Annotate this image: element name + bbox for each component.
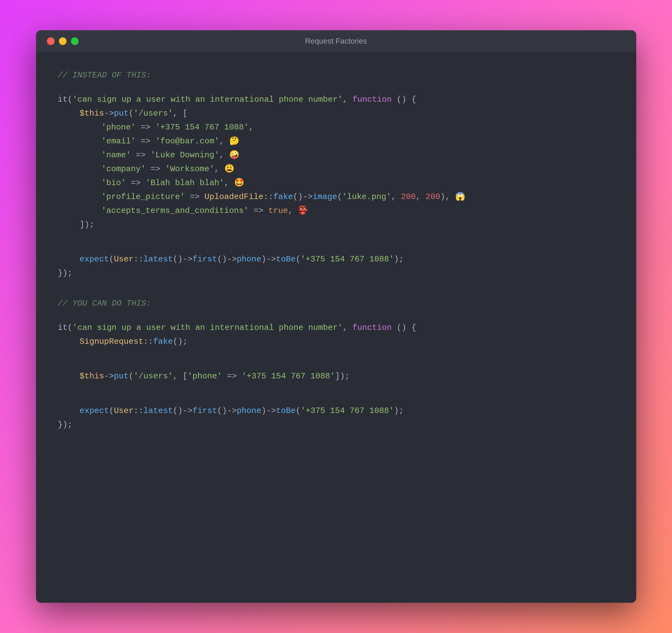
company-line: 'company' => 'Worksome', 😩 — [58, 162, 615, 176]
name-line: 'name' => 'Luke Downing', 🤪 — [58, 148, 615, 162]
close-array-line: ]); — [58, 218, 615, 232]
close-it-line-2: }); — [58, 418, 615, 432]
window-controls — [47, 37, 78, 45]
it-call-line: it('can sign up a user with an internati… — [58, 93, 615, 107]
main-window: Request Factories // INSTEAD OF THIS: it… — [36, 30, 636, 603]
signup-request-line: SignupRequest::fake(); — [58, 335, 615, 349]
maximize-button[interactable] — [71, 37, 78, 45]
minimize-button[interactable] — [59, 37, 67, 45]
accepts-line: 'accepts_terms_and_conditions' => true, … — [58, 204, 615, 218]
code-editor: // INSTEAD OF THIS: it('can sign up a us… — [36, 52, 636, 603]
bio-line: 'bio' => 'Blah blah blah', 🤩 — [58, 176, 615, 190]
email-line: 'email' => 'foo@bar.com', 🤔 — [58, 134, 615, 148]
titlebar: Request Factories — [36, 30, 636, 52]
window-title: Request Factories — [305, 37, 367, 46]
expect-line-2: expect(User::latest()->first()->phone)->… — [58, 404, 615, 418]
close-it-line-1: }); — [58, 267, 615, 280]
close-button[interactable] — [47, 37, 54, 45]
comment-line-1: // INSTEAD OF THIS: — [58, 69, 615, 82]
phone-line: 'phone' => '+375 154 767 1088', — [58, 121, 615, 134]
expect-line-1: expect(User::latest()->first()->phone)->… — [58, 252, 615, 267]
comment-line-2: // YOU CAN DO THIS: — [58, 297, 615, 310]
put-line: $this->put('/users', [ — [58, 107, 615, 121]
put-line-2: $this->put('/users', ['phone' => '+375 1… — [58, 370, 615, 383]
profile-line: 'profile_picture' => UploadedFile::fake(… — [58, 190, 615, 204]
it-call-line-2: it('can sign up a user with an internati… — [58, 321, 615, 335]
